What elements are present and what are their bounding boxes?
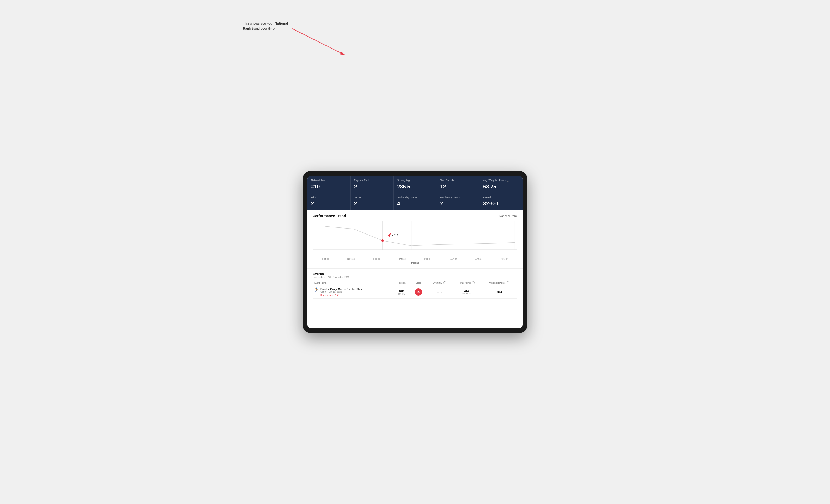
rank-impact: Rank Impact: 3 ▼: [320, 294, 362, 296]
stat-avg-weighted-points: Avg. Weighted Points i 68.75: [479, 176, 522, 193]
stat-scoring-avg: Scoring Avg. 286.5: [393, 176, 437, 193]
event-position-value: 6th: [394, 289, 409, 293]
col-event-name: Event Name: [313, 280, 393, 285]
event-name-main: Buster Cozy Cup – Stroke Play: [320, 288, 362, 291]
svg-line-1: [292, 29, 345, 55]
col-score: Score: [410, 280, 427, 285]
rank-impact-label: Rank Impact: 3: [320, 294, 336, 296]
events-last-updated: Last updated: 24th November 2023: [313, 276, 517, 278]
stat-value-regional-rank: 2: [354, 183, 390, 190]
col-position: Position: [393, 280, 410, 285]
stat-value-match-play-events: 2: [440, 201, 476, 207]
events-table: Event Name Position Score Event SG i Tot…: [313, 280, 517, 299]
x-label-nov23: NOV 23: [338, 258, 364, 260]
stat-label-stroke-play-events: Stroke Play Events: [397, 196, 433, 199]
chart-data-label: • #10: [392, 234, 398, 237]
event-sg-info-icon: i: [443, 281, 446, 284]
x-label-jan24: JAN 24: [389, 258, 415, 260]
performance-trend-meta: National Rank: [499, 214, 517, 217]
stat-value-avg-weighted-points: 68.75: [483, 183, 519, 190]
event-type-icon: 🏌: [314, 288, 319, 292]
stat-match-play-events: Match Play Events 2: [437, 193, 479, 210]
event-name-cell: 🏌 Buster Cozy Cup – Stroke Play Oct 9 – …: [313, 285, 393, 299]
stat-label-wins: Wins: [311, 196, 347, 199]
stat-label-record: Record: [483, 196, 519, 199]
events-section: Events Last updated: 24th November 2023 …: [308, 268, 522, 302]
events-title: Events: [313, 272, 517, 276]
weighted-points-info-icon: i: [507, 281, 509, 284]
col-total-points: Total Points i: [452, 280, 481, 285]
stat-value-national-rank: #10: [311, 183, 347, 190]
x-label-may24: MAY 24: [492, 258, 517, 260]
rank-impact-arrow: ▼: [337, 294, 339, 296]
stat-label-top3s: Top 3s: [354, 196, 390, 199]
stat-total-rounds: Total Rounds 12: [437, 176, 479, 193]
event-position-cell: 6th out of 7: [393, 285, 410, 299]
annotation-text1: This shows you your: [243, 22, 275, 25]
stat-label-avg-weighted-points: Avg. Weighted Points i: [483, 179, 519, 182]
performance-chart: • #10: [313, 221, 517, 255]
x-label-mar24: MAR 24: [441, 258, 466, 260]
event-date: Oct 9 – Oct 10, 2023: [320, 291, 362, 293]
performance-trend-title: Performance Trend: [313, 214, 346, 218]
stat-record: Record 32-8-0: [479, 193, 522, 210]
annotation-text: This shows you your National Rank trend …: [243, 21, 295, 31]
stat-regional-rank: Regional Rank 2: [351, 176, 393, 193]
event-score-cell: -22: [410, 285, 427, 299]
stat-value-total-rounds: 12: [440, 183, 476, 190]
x-label-dec23: DEC 23: [364, 258, 389, 260]
stat-national-rank: National Rank #10: [308, 176, 351, 193]
event-sg-value: 0.45: [437, 291, 442, 294]
event-total-points-cell: 28.3 3 Rounds: [452, 285, 481, 299]
event-total-rounds: 3 Rounds: [454, 292, 479, 295]
annotation-arrow: [292, 29, 352, 60]
event-position-sub: out of 7: [394, 293, 409, 295]
annotation-text2: trend over time: [251, 27, 275, 31]
total-points-info-icon: i: [472, 281, 475, 284]
col-event-sg: Event SG i: [427, 280, 453, 285]
event-total-points-value: 28.3: [454, 289, 479, 292]
stat-value-wins: 2: [311, 201, 347, 207]
stat-label-total-rounds: Total Rounds: [440, 179, 476, 182]
tablet-screen: National Rank #10 Regional Rank 2 Scorin…: [308, 176, 522, 328]
col-weighted-points: Weighted Points i: [481, 280, 517, 285]
stat-value-stroke-play-events: 4: [397, 201, 433, 207]
stats-row-2: Wins 2 Top 3s 2 Stroke Play Events 4 Mat…: [308, 193, 522, 210]
stats-row-1: National Rank #10 Regional Rank 2 Scorin…: [308, 176, 522, 193]
chart-arrow: [388, 233, 391, 237]
content-area[interactable]: National Rank #10 Regional Rank 2 Scorin…: [308, 176, 522, 328]
avg-weighted-info-icon: i: [507, 179, 509, 181]
stat-label-regional-rank: Regional Rank: [354, 179, 390, 182]
stat-value-record: 32-8-0: [483, 201, 519, 207]
stat-label-national-rank: National Rank: [311, 179, 347, 182]
chart-data-point: [381, 239, 384, 242]
stat-label-match-play-events: Match Play Events: [440, 196, 476, 199]
chart-svg: • #10: [313, 221, 517, 255]
performance-trend-section: Performance Trend National Rank: [308, 210, 522, 268]
events-table-header-row: Event Name Position Score Event SG i Tot…: [313, 280, 517, 285]
x-label-feb24: FEB 24: [415, 258, 441, 260]
stat-wins: Wins 2: [308, 193, 351, 210]
stat-value-scoring-avg: 286.5: [397, 183, 433, 190]
tablet-frame: National Rank #10 Regional Rank 2 Scorin…: [303, 171, 527, 333]
stat-label-scoring-avg: Scoring Avg.: [397, 179, 433, 182]
chart-x-axis-title: Months: [313, 262, 517, 264]
stat-stroke-play-events: Stroke Play Events 4: [393, 193, 437, 210]
x-label-apr24: APR 24: [466, 258, 492, 260]
performance-trend-header: Performance Trend National Rank: [313, 214, 517, 218]
event-score-badge: -22: [415, 288, 422, 296]
chart-x-labels: OCT 23 NOV 23 DEC 23 JAN 24 FEB 24 MAR 2…: [313, 257, 517, 261]
table-row: 🏌 Buster Cozy Cup – Stroke Play Oct 9 – …: [313, 285, 517, 299]
stat-top3s: Top 3s 2: [351, 193, 393, 210]
stat-value-top3s: 2: [354, 201, 390, 207]
x-label-oct23: OCT 23: [313, 258, 338, 260]
event-weighted-points-value: 28.3: [497, 291, 502, 294]
event-weighted-points-cell: 28.3: [481, 285, 517, 299]
event-sg-cell: 0.45: [427, 285, 453, 299]
